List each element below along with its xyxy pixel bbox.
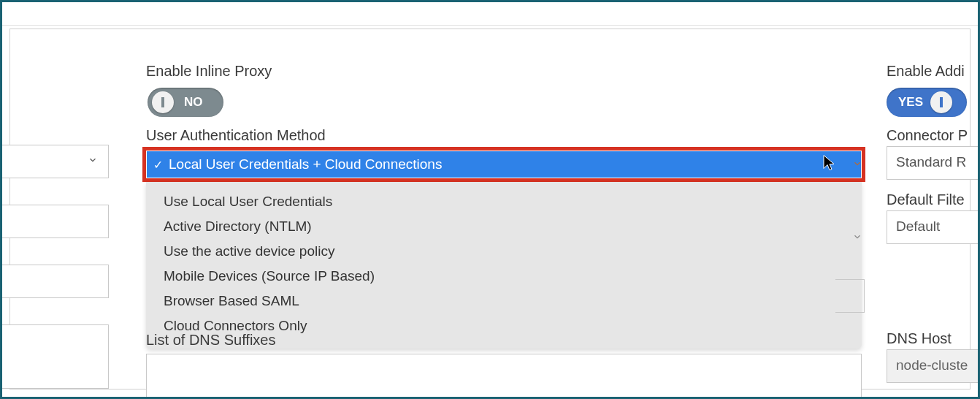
cursor-icon <box>822 154 835 175</box>
connector-select[interactable]: Standard R <box>887 146 980 180</box>
toggle-text: YES <box>898 95 923 110</box>
enable-inline-proxy-toggle[interactable]: NO <box>148 88 223 117</box>
cropped-input[interactable] <box>0 265 109 298</box>
chevron-down-icon <box>88 155 98 168</box>
enable-inline-proxy-label: Enable Inline Proxy <box>146 63 272 80</box>
dns-suffixes-textarea[interactable] <box>146 354 862 399</box>
user-auth-method-label: User Authentication Method <box>146 127 326 144</box>
settings-panel: Enable Inline Proxy NO User Authenticati… <box>9 28 971 390</box>
connector-value: Standard R <box>896 154 966 170</box>
cropped-input-edge <box>835 279 865 313</box>
default-filter-value: Default <box>896 218 940 234</box>
screenshot-frame: Enable Inline Proxy NO User Authenticati… <box>0 0 980 399</box>
cropped-input[interactable] <box>0 324 109 389</box>
dns-host-value: node-cluste <box>896 357 968 373</box>
default-filter-select[interactable]: Default <box>887 210 980 244</box>
toggle-knob <box>152 91 174 113</box>
dropdown-option[interactable]: Use Local User Credentials <box>146 189 862 214</box>
dropdown-option[interactable]: Active Directory (NTLM) <box>146 214 862 239</box>
cropped-input[interactable] <box>0 205 109 238</box>
check-icon: ✓ <box>151 158 164 172</box>
dropdown-option[interactable]: Browser Based SAML <box>146 289 862 314</box>
enable-additional-label: Enable Addi <box>887 63 965 80</box>
dropdown-option[interactable]: Mobile Devices (Source IP Based) <box>146 264 862 289</box>
dropdown-selected-option[interactable]: ✓ Local User Credentials + Cloud Connect… <box>147 151 861 178</box>
user-auth-method-dropdown[interactable]: ✓ Local User Credentials + Cloud Connect… <box>142 147 865 182</box>
dropdown-option[interactable]: Use the active device policy <box>146 239 862 264</box>
dns-host-label: DNS Host <box>887 330 952 347</box>
toggle-knob <box>930 91 952 113</box>
divider <box>2 25 978 26</box>
connector-label: Connector P <box>887 127 968 144</box>
cropped-select[interactable] <box>0 145 109 178</box>
toggle-text: NO <box>184 95 203 110</box>
dns-suffixes-label: List of DNS Suffixes <box>146 332 275 349</box>
user-auth-method-dropdown-list: Use Local User Credentials Active Direct… <box>146 182 862 349</box>
dns-host-field: node-cluste <box>887 349 980 383</box>
dropdown-selected-text: Local User Credentials + Cloud Connectio… <box>169 156 442 172</box>
enable-additional-toggle[interactable]: YES <box>887 88 967 117</box>
default-filter-label: Default Filte <box>887 191 965 208</box>
